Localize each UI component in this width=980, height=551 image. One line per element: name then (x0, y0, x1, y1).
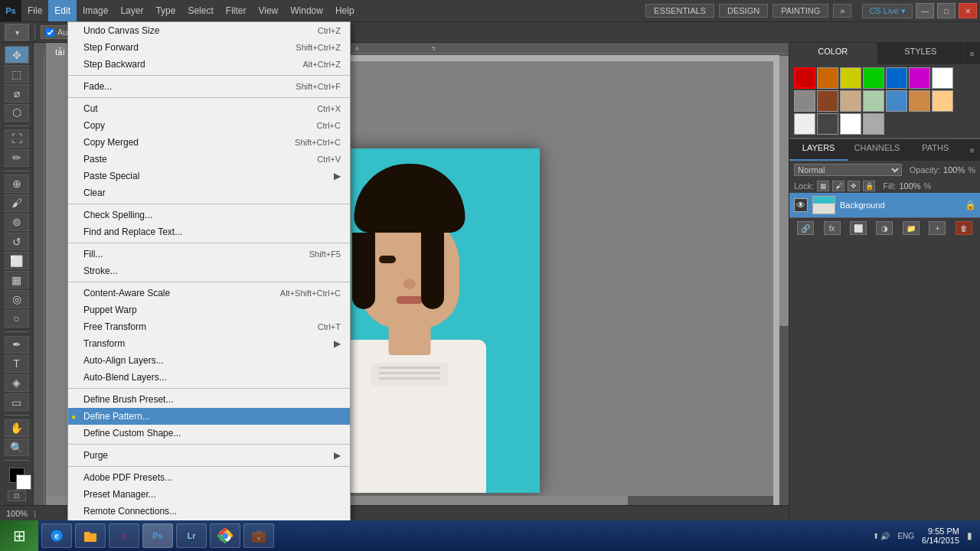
swatch-gray[interactable] (794, 90, 815, 112)
menu-paste-special[interactable]: Paste Special ▶ (68, 168, 350, 184)
background-color[interactable] (16, 474, 31, 490)
marquee-tool[interactable]: ⬚ (5, 65, 29, 83)
layers-options-btn[interactable]: ≡ (965, 139, 980, 161)
tab-styles[interactable]: STYLES (877, 43, 965, 64)
dodge-tool[interactable]: ○ (5, 310, 29, 328)
taskbar-music[interactable]: ♪ (109, 523, 139, 548)
more-workspaces-btn[interactable]: » (833, 4, 851, 18)
shape-tool[interactable]: ▭ (5, 393, 29, 411)
menu-undo-canvas-size[interactable]: Undo Canvas Size Ctrl+Z (68, 22, 350, 39)
menu-define-custom-shape[interactable]: Define Custom Shape... (68, 425, 350, 442)
menu-preset-manager[interactable]: Preset Manager... (68, 486, 350, 503)
swatch-medium-gray[interactable] (863, 113, 884, 135)
menu-layer[interactable]: Layer (114, 0, 149, 21)
swatch-white[interactable] (932, 67, 953, 89)
menu-step-forward[interactable]: Step Forward Shift+Ctrl+Z (68, 39, 350, 56)
panel-options-btn[interactable]: ≡ (965, 43, 980, 64)
menu-fill[interactable]: Fill... Shift+F5 (68, 246, 350, 262)
menu-transform[interactable]: Transform ▶ (68, 335, 350, 352)
lock-all-btn[interactable]: 🔒 (863, 181, 875, 191)
taskbar-chrome[interactable] (210, 523, 240, 548)
menu-select[interactable]: Select (181, 0, 219, 21)
menu-help[interactable]: Help (329, 0, 361, 21)
taskbar-lr[interactable]: Lr (176, 523, 207, 548)
swatch-cornflower[interactable] (886, 90, 907, 112)
menu-check-spelling[interactable]: Check Spelling... (68, 207, 350, 223)
new-adjustment-btn[interactable]: ◑ (876, 221, 893, 235)
menu-fade[interactable]: Fade... Shift+Ctrl+F (68, 78, 350, 95)
zoom-tool[interactable]: 🔍 (5, 439, 29, 456)
close-btn[interactable]: ✕ (959, 3, 977, 18)
menu-type[interactable]: Type (149, 0, 181, 21)
menu-view[interactable]: View (252, 0, 284, 21)
show-desktop-btn[interactable]: ▮ (967, 530, 972, 541)
menu-stroke[interactable]: Stroke... (68, 262, 350, 279)
blend-mode-select[interactable]: Normal (794, 164, 902, 176)
blur-tool[interactable]: ◎ (5, 290, 29, 308)
menu-cut[interactable]: Cut Ctrl+X (68, 100, 350, 117)
fill-value[interactable]: 100% (899, 181, 920, 191)
swatch-tan[interactable] (840, 90, 861, 112)
menu-content-aware-scale[interactable]: Content-Aware Scale Alt+Shift+Ctrl+C (68, 285, 350, 302)
swatch-yellow[interactable] (840, 67, 861, 89)
tab-channels[interactable]: CHANNELS (848, 139, 906, 161)
tab-layers[interactable]: LAYERS (789, 139, 848, 161)
swatch-orange[interactable] (817, 67, 838, 89)
swatch-light-green[interactable] (863, 90, 884, 112)
link-layers-btn[interactable]: 🔗 (797, 221, 814, 235)
lock-transparent-btn[interactable]: ▦ (817, 181, 829, 191)
swatch-magenta[interactable] (909, 67, 930, 89)
swatch-cream[interactable] (932, 90, 953, 112)
eyedropper-tool[interactable]: ✏ (5, 149, 29, 167)
menu-copy[interactable]: Copy Ctrl+C (68, 117, 350, 134)
design-btn[interactable]: DESIGN (719, 4, 768, 18)
scrollbar-v-thumb[interactable] (779, 56, 789, 326)
menu-puppet-warp[interactable]: Puppet Warp (68, 302, 350, 318)
lock-position-btn[interactable]: ✥ (848, 181, 860, 191)
menu-edit[interactable]: Edit (48, 0, 77, 21)
brush-tool[interactable]: 🖌 (5, 194, 29, 212)
tab-paths[interactable]: PATHS (906, 139, 965, 161)
edit-dropdown-menu[interactable]: Undo Canvas Size Ctrl+Z Step Forward Shi… (67, 21, 351, 551)
essentials-btn[interactable]: ESSENTIALS (645, 4, 714, 18)
swatch-green[interactable] (863, 67, 884, 89)
gradient-tool[interactable]: ▦ (5, 271, 29, 289)
clone-stamp-tool[interactable]: ⊚ (5, 214, 29, 231)
scrollbar-vertical[interactable] (779, 55, 789, 505)
swatch-special[interactable] (794, 67, 815, 89)
quick-select-tool[interactable]: ⬡ (5, 104, 29, 122)
menu-copy-merged[interactable]: Copy Merged Shift+Ctrl+C (68, 134, 350, 151)
hand-tool[interactable]: ✋ (5, 419, 29, 437)
minimize-btn[interactable]: — (916, 3, 934, 18)
eraser-tool[interactable]: ⬜ (5, 252, 29, 269)
new-group-btn[interactable]: 📁 (903, 221, 920, 235)
taskbar-ie[interactable]: e (41, 523, 72, 548)
layer-mask-btn[interactable]: ⬜ (850, 221, 867, 235)
start-button[interactable]: ⊞ (0, 520, 38, 551)
menu-remote-connections[interactable]: Remote Connections... (68, 503, 350, 520)
lock-image-btn[interactable]: 🖌 (832, 181, 844, 191)
menu-define-brush-preset[interactable]: Define Brush Preset... (68, 391, 350, 408)
menu-free-transform[interactable]: Free Transform Ctrl+T (68, 318, 350, 335)
move-tool[interactable]: ✥ (5, 46, 29, 64)
menu-image[interactable]: Image (77, 0, 114, 21)
spot-healing-tool[interactable]: ⊕ (5, 174, 29, 192)
auto-select-checkbox[interactable] (46, 28, 54, 37)
taskbar-clock[interactable]: 9:55 PM 6/14/2015 (922, 527, 959, 545)
cs-live-btn[interactable]: CS Live ▾ (862, 4, 913, 18)
quick-mask-btn[interactable]: ⊡ (8, 491, 26, 501)
layer-style-btn[interactable]: fx (824, 221, 841, 235)
swatch-peach[interactable] (909, 90, 930, 112)
menu-find-replace[interactable]: Find and Replace Text... (68, 223, 350, 240)
tool-preset-picker[interactable]: ▾ (5, 24, 29, 41)
taskbar-misc[interactable]: 💼 (243, 523, 274, 548)
taskbar-explorer[interactable] (75, 523, 106, 548)
swatch-brown[interactable] (817, 90, 838, 112)
menu-adobe-pdf-presets[interactable]: Adobe PDF Presets... (68, 469, 350, 486)
swatch-blue[interactable] (886, 67, 907, 89)
history-brush-tool[interactable]: ↺ (5, 233, 29, 250)
swatch-white2[interactable] (840, 113, 861, 135)
path-select-tool[interactable]: ◈ (5, 374, 29, 392)
menu-auto-align-layers[interactable]: Auto-Align Layers... (68, 352, 350, 369)
tab-color[interactable]: COLOR (789, 43, 877, 64)
